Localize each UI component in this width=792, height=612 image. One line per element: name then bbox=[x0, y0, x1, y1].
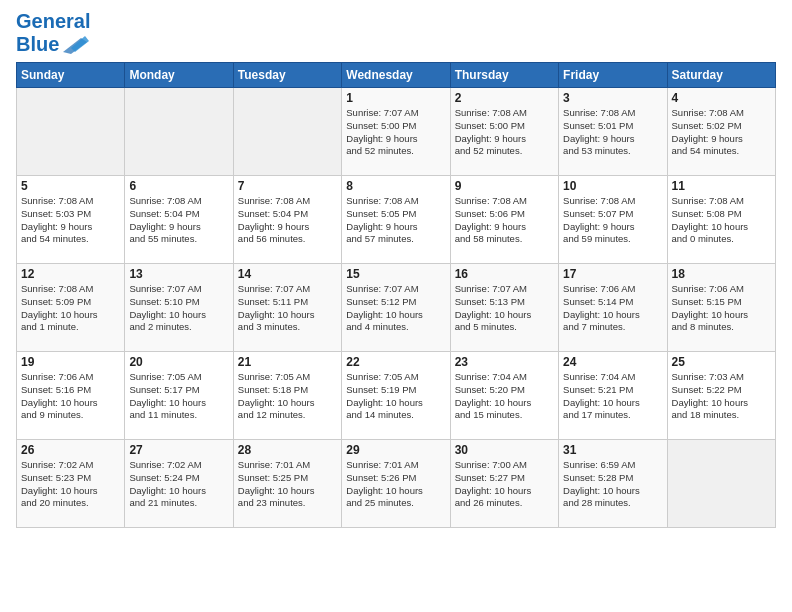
day-info: Sunrise: 7:05 AM Sunset: 5:17 PM Dayligh… bbox=[129, 371, 228, 422]
calendar-cell: 31Sunrise: 6:59 AM Sunset: 5:28 PM Dayli… bbox=[559, 440, 667, 528]
day-info: Sunrise: 7:08 AM Sunset: 5:06 PM Dayligh… bbox=[455, 195, 554, 246]
day-number: 16 bbox=[455, 267, 554, 281]
day-number: 11 bbox=[672, 179, 771, 193]
calendar-cell: 5Sunrise: 7:08 AM Sunset: 5:03 PM Daylig… bbox=[17, 176, 125, 264]
day-number: 27 bbox=[129, 443, 228, 457]
calendar-cell: 26Sunrise: 7:02 AM Sunset: 5:23 PM Dayli… bbox=[17, 440, 125, 528]
calendar-cell: 9Sunrise: 7:08 AM Sunset: 5:06 PM Daylig… bbox=[450, 176, 558, 264]
weekday-header-sunday: Sunday bbox=[17, 63, 125, 88]
day-info: Sunrise: 7:02 AM Sunset: 5:24 PM Dayligh… bbox=[129, 459, 228, 510]
calendar-cell: 10Sunrise: 7:08 AM Sunset: 5:07 PM Dayli… bbox=[559, 176, 667, 264]
day-number: 22 bbox=[346, 355, 445, 369]
day-info: Sunrise: 7:01 AM Sunset: 5:26 PM Dayligh… bbox=[346, 459, 445, 510]
day-number: 6 bbox=[129, 179, 228, 193]
calendar-cell: 23Sunrise: 7:04 AM Sunset: 5:20 PM Dayli… bbox=[450, 352, 558, 440]
weekday-header-tuesday: Tuesday bbox=[233, 63, 341, 88]
day-info: Sunrise: 7:00 AM Sunset: 5:27 PM Dayligh… bbox=[455, 459, 554, 510]
day-info: Sunrise: 7:06 AM Sunset: 5:14 PM Dayligh… bbox=[563, 283, 662, 334]
day-number: 28 bbox=[238, 443, 337, 457]
calendar-cell: 8Sunrise: 7:08 AM Sunset: 5:05 PM Daylig… bbox=[342, 176, 450, 264]
weekday-header-wednesday: Wednesday bbox=[342, 63, 450, 88]
calendar-cell bbox=[233, 88, 341, 176]
day-number: 10 bbox=[563, 179, 662, 193]
calendar-cell: 22Sunrise: 7:05 AM Sunset: 5:19 PM Dayli… bbox=[342, 352, 450, 440]
calendar-cell bbox=[17, 88, 125, 176]
calendar-cell bbox=[667, 440, 775, 528]
week-row-3: 19Sunrise: 7:06 AM Sunset: 5:16 PM Dayli… bbox=[17, 352, 776, 440]
calendar-cell: 24Sunrise: 7:04 AM Sunset: 5:21 PM Dayli… bbox=[559, 352, 667, 440]
day-number: 1 bbox=[346, 91, 445, 105]
day-info: Sunrise: 7:03 AM Sunset: 5:22 PM Dayligh… bbox=[672, 371, 771, 422]
day-number: 17 bbox=[563, 267, 662, 281]
calendar-cell: 12Sunrise: 7:08 AM Sunset: 5:09 PM Dayli… bbox=[17, 264, 125, 352]
day-info: Sunrise: 7:07 AM Sunset: 5:00 PM Dayligh… bbox=[346, 107, 445, 158]
calendar-cell: 3Sunrise: 7:08 AM Sunset: 5:01 PM Daylig… bbox=[559, 88, 667, 176]
day-number: 3 bbox=[563, 91, 662, 105]
day-info: Sunrise: 6:59 AM Sunset: 5:28 PM Dayligh… bbox=[563, 459, 662, 510]
calendar-cell: 4Sunrise: 7:08 AM Sunset: 5:02 PM Daylig… bbox=[667, 88, 775, 176]
day-info: Sunrise: 7:07 AM Sunset: 5:11 PM Dayligh… bbox=[238, 283, 337, 334]
day-number: 4 bbox=[672, 91, 771, 105]
logo-text: General bbox=[16, 10, 90, 32]
week-row-1: 5Sunrise: 7:08 AM Sunset: 5:03 PM Daylig… bbox=[17, 176, 776, 264]
weekday-header-saturday: Saturday bbox=[667, 63, 775, 88]
page: General Blue SundayMondayTuesdayWednesda bbox=[0, 0, 792, 612]
calendar-cell: 20Sunrise: 7:05 AM Sunset: 5:17 PM Dayli… bbox=[125, 352, 233, 440]
calendar-cell: 28Sunrise: 7:01 AM Sunset: 5:25 PM Dayli… bbox=[233, 440, 341, 528]
day-number: 15 bbox=[346, 267, 445, 281]
day-info: Sunrise: 7:08 AM Sunset: 5:07 PM Dayligh… bbox=[563, 195, 662, 246]
day-number: 12 bbox=[21, 267, 120, 281]
calendar-cell bbox=[125, 88, 233, 176]
day-number: 20 bbox=[129, 355, 228, 369]
day-number: 18 bbox=[672, 267, 771, 281]
day-info: Sunrise: 7:08 AM Sunset: 5:03 PM Dayligh… bbox=[21, 195, 120, 246]
day-info: Sunrise: 7:08 AM Sunset: 5:09 PM Dayligh… bbox=[21, 283, 120, 334]
calendar-table: SundayMondayTuesdayWednesdayThursdayFrid… bbox=[16, 62, 776, 528]
logo-wing-icon bbox=[61, 34, 89, 56]
day-number: 25 bbox=[672, 355, 771, 369]
day-info: Sunrise: 7:04 AM Sunset: 5:21 PM Dayligh… bbox=[563, 371, 662, 422]
calendar-cell: 19Sunrise: 7:06 AM Sunset: 5:16 PM Dayli… bbox=[17, 352, 125, 440]
day-number: 29 bbox=[346, 443, 445, 457]
calendar-cell: 25Sunrise: 7:03 AM Sunset: 5:22 PM Dayli… bbox=[667, 352, 775, 440]
day-info: Sunrise: 7:08 AM Sunset: 5:04 PM Dayligh… bbox=[129, 195, 228, 246]
calendar-cell: 13Sunrise: 7:07 AM Sunset: 5:10 PM Dayli… bbox=[125, 264, 233, 352]
day-info: Sunrise: 7:07 AM Sunset: 5:13 PM Dayligh… bbox=[455, 283, 554, 334]
day-number: 2 bbox=[455, 91, 554, 105]
calendar-cell: 14Sunrise: 7:07 AM Sunset: 5:11 PM Dayli… bbox=[233, 264, 341, 352]
day-info: Sunrise: 7:06 AM Sunset: 5:16 PM Dayligh… bbox=[21, 371, 120, 422]
day-number: 31 bbox=[563, 443, 662, 457]
day-info: Sunrise: 7:08 AM Sunset: 5:05 PM Dayligh… bbox=[346, 195, 445, 246]
day-info: Sunrise: 7:02 AM Sunset: 5:23 PM Dayligh… bbox=[21, 459, 120, 510]
day-info: Sunrise: 7:05 AM Sunset: 5:19 PM Dayligh… bbox=[346, 371, 445, 422]
weekday-header-monday: Monday bbox=[125, 63, 233, 88]
calendar-cell: 1Sunrise: 7:07 AM Sunset: 5:00 PM Daylig… bbox=[342, 88, 450, 176]
day-number: 19 bbox=[21, 355, 120, 369]
header: General Blue bbox=[16, 10, 776, 56]
week-row-2: 12Sunrise: 7:08 AM Sunset: 5:09 PM Dayli… bbox=[17, 264, 776, 352]
calendar-cell: 18Sunrise: 7:06 AM Sunset: 5:15 PM Dayli… bbox=[667, 264, 775, 352]
day-number: 9 bbox=[455, 179, 554, 193]
calendar-cell: 2Sunrise: 7:08 AM Sunset: 5:00 PM Daylig… bbox=[450, 88, 558, 176]
day-info: Sunrise: 7:01 AM Sunset: 5:25 PM Dayligh… bbox=[238, 459, 337, 510]
day-number: 5 bbox=[21, 179, 120, 193]
week-row-0: 1Sunrise: 7:07 AM Sunset: 5:00 PM Daylig… bbox=[17, 88, 776, 176]
weekday-header-thursday: Thursday bbox=[450, 63, 558, 88]
calendar-cell: 21Sunrise: 7:05 AM Sunset: 5:18 PM Dayli… bbox=[233, 352, 341, 440]
day-info: Sunrise: 7:08 AM Sunset: 5:08 PM Dayligh… bbox=[672, 195, 771, 246]
calendar-cell: 16Sunrise: 7:07 AM Sunset: 5:13 PM Dayli… bbox=[450, 264, 558, 352]
calendar-cell: 7Sunrise: 7:08 AM Sunset: 5:04 PM Daylig… bbox=[233, 176, 341, 264]
day-number: 26 bbox=[21, 443, 120, 457]
calendar-header-row: SundayMondayTuesdayWednesdayThursdayFrid… bbox=[17, 63, 776, 88]
week-row-4: 26Sunrise: 7:02 AM Sunset: 5:23 PM Dayli… bbox=[17, 440, 776, 528]
logo: General Blue bbox=[16, 10, 90, 56]
calendar-cell: 11Sunrise: 7:08 AM Sunset: 5:08 PM Dayli… bbox=[667, 176, 775, 264]
day-number: 8 bbox=[346, 179, 445, 193]
day-info: Sunrise: 7:06 AM Sunset: 5:15 PM Dayligh… bbox=[672, 283, 771, 334]
day-info: Sunrise: 7:07 AM Sunset: 5:12 PM Dayligh… bbox=[346, 283, 445, 334]
calendar-cell: 30Sunrise: 7:00 AM Sunset: 5:27 PM Dayli… bbox=[450, 440, 558, 528]
day-number: 30 bbox=[455, 443, 554, 457]
day-number: 23 bbox=[455, 355, 554, 369]
day-info: Sunrise: 7:08 AM Sunset: 5:02 PM Dayligh… bbox=[672, 107, 771, 158]
calendar-cell: 6Sunrise: 7:08 AM Sunset: 5:04 PM Daylig… bbox=[125, 176, 233, 264]
